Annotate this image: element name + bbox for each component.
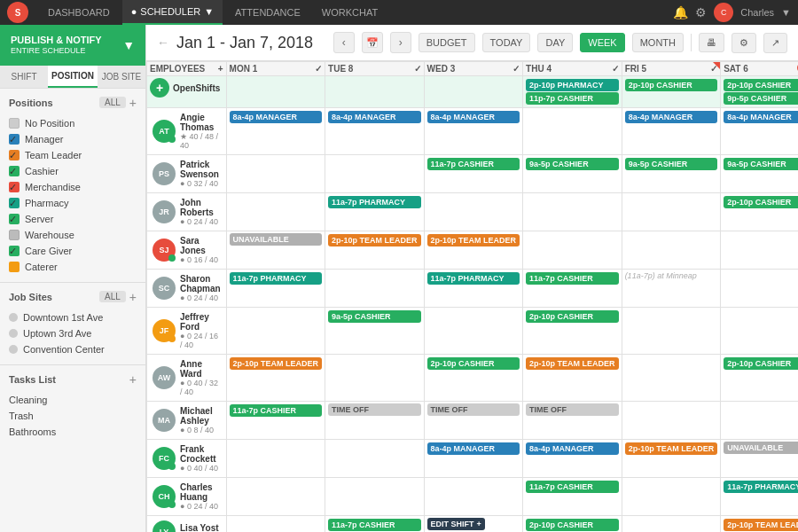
schedule-wrapper: EMPLOYEES + MON 1 ✓ TUE [146, 61, 798, 532]
position-no-position[interactable]: No Position [9, 115, 137, 131]
position-server[interactable]: ✓ Server [9, 211, 137, 227]
jobsite-downtown[interactable]: Downtown 1st Ave [9, 309, 137, 325]
positions-add-button[interactable]: + [129, 96, 137, 110]
task-bathrooms[interactable]: Bathrooms [9, 424, 137, 440]
shift-charles-sat[interactable]: 11a-7p PHARMACY [724, 481, 798, 493]
jobsite-convention[interactable]: Convention Center [9, 341, 137, 357]
positions-all-button[interactable]: ALL [99, 97, 126, 108]
publish-notify-button[interactable]: PUBLISH & NOTIFY ENTIRE SCHEDULE ▼ [0, 25, 145, 66]
gear-icon[interactable]: ⚙ [695, 5, 707, 20]
position-manager[interactable]: ✓ Manager [9, 131, 137, 147]
shift-john-sat[interactable]: 2p-10p CASHIER [724, 196, 798, 208]
edit-shift-button[interactable]: EDIT SHIFT + [427, 518, 485, 530]
thu-check-icon[interactable]: ✓ [612, 64, 619, 74]
nav-scheduler[interactable]: ● SCHEDULER ▼ [122, 0, 223, 25]
app-logo: S [7, 2, 28, 23]
today-button[interactable]: TODAY [482, 33, 531, 52]
shift-lisa-sat[interactable]: 2p-10p TEAM LEADER [724, 519, 798, 531]
shift-sara-tue[interactable]: 2p-10p TEAM LEADER [328, 234, 421, 246]
shift-sharon-thu[interactable]: 11a-7p CASHIER [526, 272, 619, 285]
tab-jobsite[interactable]: JOB SITE [98, 66, 145, 88]
back-arrow[interactable]: ← [157, 35, 169, 50]
jobsite-uptown[interactable]: Uptown 3rd Ave [9, 325, 137, 341]
tasks-add-button[interactable]: + [129, 372, 137, 387]
shift-frank-wed[interactable]: 8a-4p MANAGER [427, 442, 520, 455]
shift-patrick-thu[interactable]: 9a-5p CASHIER [526, 158, 619, 170]
calendar-icon[interactable]: 📅 [362, 32, 383, 53]
open-shift-thu-pharmacy[interactable]: 2p-10p PHARMACY [526, 79, 619, 91]
shift-charles-thu[interactable]: 11a-7p CASHIER [526, 481, 619, 493]
nav-attendance[interactable]: ATTENDANCE [226, 0, 309, 25]
employee-row-angie: AT Angie Thomas ★ 40 / 48 / 40 8a-4p MAN… [147, 108, 799, 155]
position-caterer[interactable]: Caterer [9, 259, 137, 275]
user-name[interactable]: Charles [740, 7, 774, 18]
shift-patrick-wed[interactable]: 11a-7p CASHIER [427, 158, 520, 170]
expand-button[interactable]: ↗ [763, 33, 787, 53]
position-caregiver[interactable]: ✓ Care Giver [9, 243, 137, 259]
settings-icon-button[interactable]: ⚙ [732, 33, 756, 53]
shift-patrick-sat[interactable]: 9a-5p CASHIER [724, 158, 798, 170]
user-avatar[interactable]: C [714, 3, 733, 22]
avatar-michael: MA [153, 409, 176, 432]
month-button[interactable]: MONTH [632, 33, 684, 52]
add-employee-icon[interactable]: + [218, 64, 223, 74]
shift-anne-wed[interactable]: 2p-10p CASHIER [427, 357, 520, 370]
shift-lisa-tue[interactable]: 11a-7p CASHIER [328, 519, 421, 531]
shift-frank-thu[interactable]: 8a-4p MANAGER [526, 442, 619, 455]
open-shift-sat-cell: 2 2p-10p CASHIER 9p-5p CASHIER [721, 76, 798, 108]
shift-angie-sat[interactable]: 8a-4p MANAGER [724, 111, 798, 123]
shift-patrick-fri[interactable]: 9a-5p CASHIER [625, 158, 718, 170]
shift-anne-mon[interactable]: 2p-10p TEAM LEADER [230, 357, 323, 370]
next-week-button[interactable]: › [390, 32, 411, 53]
shift-lisa-thu[interactable]: 2p-10p CASHIER [526, 519, 619, 531]
open-shifts-row: + OpenShifts 2p-10p PHARMACY 11p-7p CASH… [147, 76, 799, 108]
wed-check-icon[interactable]: ✓ [512, 64, 520, 74]
shift-sharon-mon[interactable]: 11a-7p PHARMACY [230, 272, 323, 285]
avatar-lisa: LY [153, 520, 176, 532]
open-shift-sat-cashier1[interactable]: 2p-10p CASHIER [724, 79, 798, 91]
jobsites-add-button[interactable]: + [129, 290, 137, 304]
shift-jeffrey-tue[interactable]: 9a-5p CASHIER [328, 310, 421, 323]
jobsites-all-button[interactable]: ALL [99, 291, 126, 302]
open-shift-sat-cashier2[interactable]: 9p-5p CASHIER [724, 92, 798, 105]
day-button[interactable]: DAY [537, 33, 573, 52]
shift-john-tue[interactable]: 11a-7p PHARMACY [328, 196, 421, 208]
position-team-leader[interactable]: ✓ Team Leader [9, 147, 137, 163]
position-warehouse[interactable]: Warehouse [9, 227, 137, 243]
nav-dashboard[interactable]: DASHBOARD [39, 0, 119, 25]
shift-angie-wed[interactable]: 8a-4p MANAGER [427, 111, 520, 123]
tue-check-icon[interactable]: ✓ [414, 64, 421, 74]
shift-frank-fri[interactable]: 2p-10p TEAM LEADER [625, 442, 718, 455]
shift-anne-thu[interactable]: 2p-10p TEAM LEADER [526, 357, 619, 370]
shift-angie-fri[interactable]: 8a-4p MANAGER [625, 111, 718, 123]
task-trash[interactable]: Trash [9, 408, 137, 424]
bell-icon[interactable]: 🔔 [673, 5, 688, 20]
position-cashier[interactable]: ✓ Cashier [9, 163, 137, 179]
schedule-table: EMPLOYEES + MON 1 ✓ TUE [146, 61, 798, 532]
position-pharmacy[interactable]: ✓ Pharmacy [9, 195, 137, 211]
shift-anne-sat[interactable]: 2p-10p CASHIER [724, 357, 798, 370]
shift-angie-tue[interactable]: 8a-4p MANAGER [328, 111, 421, 123]
open-shift-thu-cashier[interactable]: 11p-7p CASHIER [526, 92, 619, 105]
task-cleaning[interactable]: Cleaning [9, 392, 137, 408]
week-button[interactable]: WEEK [580, 33, 624, 52]
tab-shift[interactable]: SHIFT [0, 66, 48, 88]
shift-jeffrey-thu[interactable]: 2p-10p CASHIER [526, 310, 619, 323]
prev-week-button[interactable]: ‹ [333, 32, 355, 53]
print-button[interactable]: 🖶 [699, 33, 724, 52]
shift-sharon-wed[interactable]: 11a-7p PHARMACY [427, 272, 520, 285]
open-shifts-icon: + [150, 78, 169, 98]
shift-angie-mon[interactable]: 8a-4p MANAGER [230, 111, 323, 123]
mon-check-icon[interactable]: ✓ [315, 64, 322, 74]
employee-row-john: JR John Roberts ● 0 24 / 40 11a-7p PHARM… [147, 193, 799, 231]
nav-workchat[interactable]: WORKCHAT [313, 0, 387, 25]
open-shift-fri-cashier[interactable]: 2p-10p CASHIER [625, 79, 718, 91]
position-merchandise[interactable]: ✓ Merchandise [9, 179, 137, 195]
cashier-label: Cashier [25, 166, 59, 176]
user-menu-arrow[interactable]: ▼ [781, 7, 791, 18]
shift-michael-mon[interactable]: 11a-7p CASHIER [230, 404, 323, 417]
shift-sara-wed[interactable]: 2p-10p TEAM LEADER [427, 234, 520, 246]
tab-position[interactable]: POSITION [48, 66, 98, 88]
budget-button[interactable]: BUDGET [419, 33, 475, 52]
employee-row-charles: CH Charles Huang ● 0 24 / 40 [147, 478, 799, 516]
